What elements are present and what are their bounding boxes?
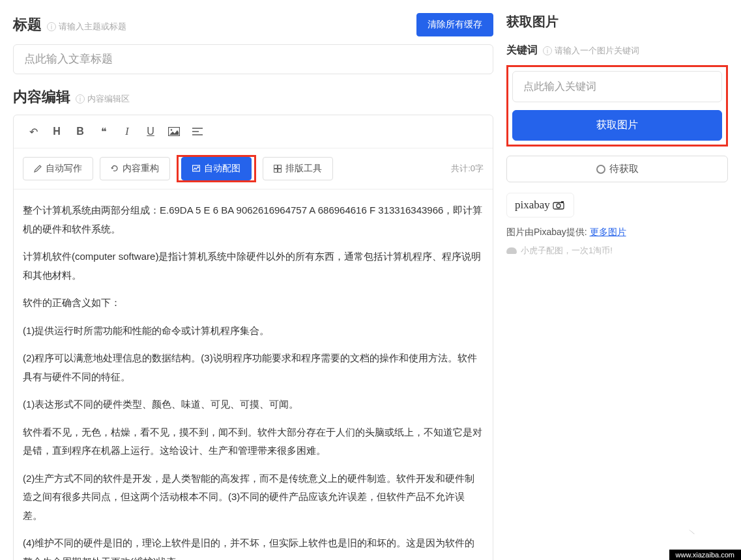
svg-point-1 [171, 129, 173, 131]
info-icon: i [543, 46, 552, 55]
provider-info: 图片由Pixabay提供: 更多图片 [506, 227, 728, 238]
undo-icon[interactable]: ↶ [23, 122, 44, 141]
article-title-input[interactable] [13, 44, 493, 74]
content-paragraph: 软件的正确含义如下： [23, 294, 484, 313]
content-paragraph: (4)维护不同的硬件是旧的，理论上软件是旧的，并不坏，但实际上软件也是旧的和坏的… [23, 534, 484, 560]
editor-content[interactable]: 整个计算机系统由两部分组成：E.69DA 5 E 6 BA 9062616964… [14, 189, 493, 560]
italic-icon[interactable]: I [117, 122, 138, 141]
align-icon[interactable] [187, 122, 208, 141]
content-paragraph: 整个计算机系统由两部分组成：E.69DA 5 E 6 BA 9062616964… [23, 201, 484, 238]
watermark-url: www.xiazaiba.com [669, 550, 741, 560]
camera-icon [553, 201, 566, 210]
more-images-link[interactable]: 更多图片 [590, 227, 626, 237]
auto-image-highlight: 自动配图 [177, 155, 256, 182]
content-paragraph: 计算机软件(computer software)是指计算机系统中除硬件以外的所有… [23, 247, 484, 285]
footer-hint: 小虎子配图，一次1淘币! [506, 245, 728, 257]
heading-icon[interactable]: H [46, 122, 67, 141]
info-icon: i [76, 94, 85, 104]
auto-write-button[interactable]: 自动写作 [23, 157, 93, 180]
svg-rect-8 [274, 169, 278, 173]
content-paragraph: (1)提供运行时所需功能和性能的命令或计算机程序集合。 [23, 322, 484, 341]
image-small-icon [192, 165, 200, 173]
clear-cache-button[interactable]: 清除所有缓存 [416, 13, 493, 36]
svg-rect-5 [193, 165, 200, 171]
refresh-icon [111, 165, 119, 173]
watermark-logo: 下载吧 [675, 518, 741, 550]
content-paragraph: (2)生产方式不同的软件是开发，是人类智能的高发挥，而不是传统意义上的硬件制造。… [23, 469, 484, 525]
format-toolbar: ↶ H B ❝ I U [14, 115, 493, 148]
pixabay-logo: pixabay [515, 199, 566, 212]
svg-point-11 [557, 204, 560, 208]
title-hint: i 请输入主题或标题 [47, 21, 126, 33]
svg-rect-12 [561, 201, 564, 203]
circle-icon [596, 165, 605, 174]
title-label: 标题 [13, 15, 42, 35]
image-panel-title: 获取图片 [506, 13, 728, 31]
info-icon: i [47, 22, 56, 31]
keyword-hint: i 请输入一个图片关键词 [543, 45, 639, 57]
pending-button[interactable]: 待获取 [506, 156, 728, 182]
char-count: 共计:0字 [451, 163, 484, 175]
grid-icon [274, 165, 282, 173]
title-section-header: 标题 i 请输入主题或标题 清除所有缓存 [13, 13, 493, 36]
layout-tool-button[interactable]: 排版工具 [263, 157, 333, 180]
keyword-label: 关键词 [506, 44, 538, 57]
editor-label: 内容编辑 [13, 87, 70, 107]
keyword-input[interactable] [512, 71, 722, 102]
svg-rect-7 [278, 165, 282, 169]
image-icon[interactable] [164, 122, 184, 141]
auto-image-button[interactable]: 自动配图 [181, 157, 252, 180]
bold-icon[interactable]: B [70, 122, 91, 141]
pencil-icon [34, 165, 42, 173]
pixabay-card: pixabay [506, 193, 574, 217]
underline-icon[interactable]: U [140, 122, 161, 141]
cloud-icon [506, 247, 517, 254]
fetch-image-button[interactable]: 获取图片 [512, 110, 722, 141]
content-paragraph: 软件看不见，无色，枯燥，看不见，摸不到，闻不到。软件大部分存在于人们的头脑或纸上… [23, 423, 484, 460]
editor-box: ↶ H B ❝ I U 自动写作 内 [13, 115, 493, 560]
svg-rect-9 [278, 169, 282, 173]
svg-rect-6 [274, 165, 278, 169]
watermark: 下载吧 www.xiazaiba.com [669, 518, 741, 560]
restructure-button[interactable]: 内容重构 [100, 157, 170, 180]
content-paragraph: (1)表达形式不同的硬件类型、颜色、味道、可见、可摸、可闻。 [23, 395, 484, 414]
content-paragraph: (2)程序可以满意地处理信息的数据结构。(3)说明程序功能要求和程序需要的文档的… [23, 349, 484, 386]
editor-hint: i 内容编辑区 [76, 93, 130, 105]
action-toolbar: 自动写作 内容重构 自动配图 排版工具 共计:0字 [14, 148, 493, 189]
quote-icon[interactable]: ❝ [93, 122, 114, 141]
keyword-highlight-area: 获取图片 [506, 65, 728, 147]
